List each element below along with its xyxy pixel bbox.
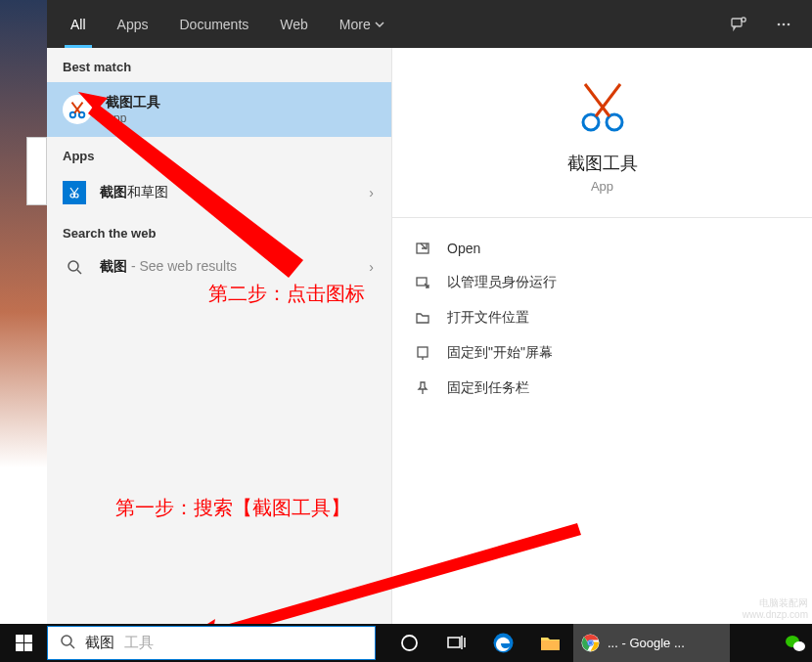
search-icon [60,634,75,653]
action-list: Open 以管理员身份运行 打开文件位置 固定到"开始"屏幕 固定到任务栏 [392,218,812,419]
svg-rect-14 [418,347,428,357]
preview-header: 截图工具 App [392,48,812,218]
snipping-tool-icon [63,95,92,124]
preview-subtitle: App [591,179,613,194]
taskbar: 截图工具 ... - Google ... [0,624,812,662]
svg-rect-25 [448,638,460,647]
chrome-icon [581,634,600,652]
results-list: Best match 截图工具 App Apps 截图和草图 › Search … [47,48,391,624]
open-icon [414,241,431,256]
snip-sketch-icon [63,181,86,204]
section-apps: Apps [47,137,391,171]
feedback-icon[interactable] [718,4,759,45]
svg-point-3 [783,22,786,25]
search-tabs: All Apps Documents Web More [55,0,400,48]
chevron-down-icon [375,20,384,29]
tab-apps[interactable]: Apps [102,0,164,48]
svg-point-9 [68,261,78,271]
action-run-admin[interactable]: 以管理员身份运行 [392,265,812,300]
best-match-text: 截图工具 App [106,94,160,125]
svg-rect-27 [541,640,560,650]
web-result[interactable]: 截图 - See web results › [47,248,391,286]
tab-all[interactable]: All [55,0,102,48]
admin-icon [414,275,431,290]
snipping-tool-icon-large [568,77,637,136]
action-label: 打开文件位置 [447,309,529,327]
folder-icon [414,310,431,326]
web-result-label: 截图 - See web results [100,258,237,276]
svg-point-31 [589,641,593,645]
chevron-right-icon: › [369,185,374,200]
svg-point-24 [402,636,417,650]
best-match-result[interactable]: 截图工具 App [47,82,391,137]
search-typed-text: 截图 [85,634,114,652]
svg-rect-19 [16,635,23,642]
taskbar-search-input[interactable]: 截图工具 [47,626,376,660]
taskbar-chrome-window[interactable]: ... - Google ... [573,624,730,662]
action-pin-taskbar[interactable]: 固定到任务栏 [392,371,812,406]
section-search-web: Search the web [47,214,391,248]
action-label: Open [447,241,480,256]
search-icon [63,259,86,275]
svg-rect-22 [24,643,32,651]
action-open[interactable]: Open [392,232,812,265]
section-best-match: Best match [47,48,391,82]
app-result-snip-sketch[interactable]: 截图和草图 › [47,171,391,214]
tab-documents[interactable]: Documents [163,0,264,48]
svg-rect-21 [16,643,23,651]
search-results: Best match 截图工具 App Apps 截图和草图 › Search … [47,48,812,624]
preview-pane: 截图工具 App Open 以管理员身份运行 打开文件位置 固定到"开始"屏幕 [391,48,812,624]
start-button[interactable] [0,624,47,662]
taskbar-file-explorer[interactable] [526,624,573,662]
tab-more-label: More [339,17,371,32]
action-label: 固定到任务栏 [447,379,529,397]
action-file-location[interactable]: 打开文件位置 [392,300,812,335]
svg-rect-20 [24,635,32,642]
search-header: All Apps Documents Web More [47,0,812,48]
action-pin-start[interactable]: 固定到"开始"屏幕 [392,335,812,371]
desktop-widget [26,137,47,205]
task-view-button[interactable] [432,624,479,662]
desktop-background [0,0,47,624]
svg-point-23 [62,636,71,645]
pin-taskbar-icon [414,380,431,396]
best-match-subtitle: App [106,111,160,125]
system-tray[interactable] [779,624,812,662]
svg-point-2 [778,22,781,25]
tab-more[interactable]: More [324,0,400,48]
chevron-right-icon: › [369,259,374,275]
svg-point-4 [788,22,790,25]
more-options-icon[interactable] [763,4,804,45]
app-result-label: 截图和草图 [100,184,168,201]
svg-point-33 [793,641,805,651]
tab-web[interactable]: Web [264,0,324,48]
action-label: 以管理员身份运行 [447,274,557,291]
watermark: 电脑装配网 www.dnzp.com [743,597,808,621]
action-label: 固定到"开始"屏幕 [447,344,553,362]
preview-title: 截图工具 [567,152,638,175]
cortana-button[interactable] [385,624,432,662]
pin-start-icon [414,345,431,361]
best-match-title: 截图工具 [106,94,160,111]
taskbar-edge[interactable] [479,624,526,662]
chrome-window-title: ... - Google ... [608,636,685,650]
search-ghost-text: 工具 [124,634,154,652]
svg-rect-0 [732,19,742,26]
wechat-icon [785,634,806,653]
